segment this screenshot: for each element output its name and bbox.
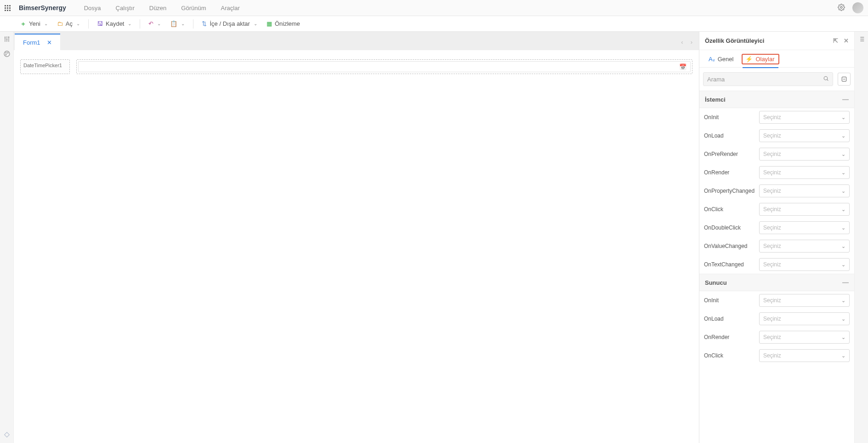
event-select[interactable]: Seçiniz⌄ (759, 203, 850, 216)
panel-tab-general[interactable]: Aᵧ Genel (705, 54, 737, 67)
svg-point-1 (4, 51, 10, 57)
chevron-down-icon: ⌄ (841, 207, 845, 213)
select-placeholder: Seçiniz (763, 261, 781, 268)
chevron-down-icon: ⌄ (841, 133, 845, 139)
svg-point-3 (7, 52, 8, 53)
select-placeholder: Seçiniz (763, 224, 781, 231)
new-button[interactable]: ＋ Yeni ⌄ (17, 17, 51, 30)
event-select[interactable]: Seçiniz⌄ (759, 294, 850, 307)
save-icon: 🖫 (97, 20, 103, 27)
tab-form1[interactable]: Form1 ✕ (15, 34, 60, 50)
tab-prev-icon[interactable]: ‹ (679, 37, 685, 47)
menu-duzen[interactable]: Düzen (143, 0, 173, 16)
event-select[interactable]: Seçiniz⌄ (759, 166, 850, 179)
menu-calistir[interactable]: Çalıştır (110, 0, 141, 16)
chevron-down-icon: ⌄ (76, 21, 80, 26)
menu-araclar[interactable]: Araçlar (215, 0, 246, 16)
new-label: Yeni (29, 20, 40, 27)
event-select[interactable]: Seçiniz⌄ (759, 184, 850, 197)
event-label: OnClick (704, 352, 755, 359)
pin-icon[interactable]: ⇱ (833, 37, 838, 44)
client-events-list: OnInitSeçiniz⌄OnLoadSeçiniz⌄OnPreRenderS… (699, 108, 854, 274)
tab-next-icon[interactable]: › (689, 37, 694, 47)
group-server[interactable]: Sunucu — (699, 274, 854, 291)
collapse-icon[interactable]: — (842, 279, 849, 286)
main-area: Form1 ✕ ‹ › DateTimePicker1 📅 (14, 32, 699, 443)
property-panel: Özellik Görüntüleyici ⇱ ✕ Aᵧ Genel ⚡ Ola… (699, 32, 854, 443)
menu-dosya[interactable]: Dosya (78, 0, 107, 16)
form-canvas[interactable]: DateTimePicker1 📅 (14, 50, 699, 443)
chevron-down-icon: ⌄ (841, 243, 845, 249)
search-input[interactable]: Arama (703, 72, 833, 86)
chevron-down-icon: ⌄ (841, 170, 845, 176)
event-select[interactable]: Seçiniz⌄ (759, 258, 850, 271)
datetimepicker-input[interactable]: 📅 (76, 59, 692, 74)
apps-grid-icon[interactable] (5, 5, 11, 11)
open-button[interactable]: 🗀 Aç ⌄ (53, 17, 84, 30)
tab-close-icon[interactable]: ✕ (47, 39, 52, 46)
event-select[interactable]: Seçiniz⌄ (759, 240, 850, 253)
menu-gorunum[interactable]: Görünüm (175, 0, 212, 16)
event-select[interactable]: Seçiniz⌄ (759, 312, 850, 325)
undo-icon: ↶ (148, 20, 153, 27)
chevron-down-icon: ⌄ (841, 115, 845, 121)
open-label: Aç (66, 20, 73, 27)
event-select[interactable]: Seçiniz⌄ (759, 331, 850, 344)
collapse-all-button[interactable] (838, 73, 851, 86)
chevron-down-icon: ⌄ (841, 298, 845, 304)
group-client[interactable]: İstemci — (699, 91, 854, 108)
event-select[interactable]: Seçiniz⌄ (759, 148, 850, 161)
event-label: OnLoad (704, 316, 755, 322)
preview-button[interactable]: ▦ Önizleme (263, 17, 304, 30)
event-label: OnClick (704, 206, 755, 213)
chevron-down-icon: ⌄ (254, 21, 257, 26)
right-rail (854, 32, 868, 443)
shell: Form1 ✕ ‹ › DateTimePicker1 📅 Özellik Gö (0, 32, 868, 443)
select-placeholder: Seçiniz (763, 243, 781, 249)
brand-label: BimserSynergy (19, 4, 66, 12)
tabstrip: Form1 ✕ ‹ › (14, 32, 699, 50)
tools-icon[interactable] (3, 35, 11, 43)
panel-search-row: Arama (699, 68, 854, 91)
event-row: OnInitSeçiniz⌄ (699, 291, 854, 310)
palette-icon[interactable] (3, 50, 11, 58)
group-server-label: Sunucu (705, 279, 727, 286)
panel-tab-events-label: Olaylar (755, 56, 774, 63)
event-select[interactable]: Seçiniz⌄ (759, 221, 850, 234)
event-row: OnRenderSeçiniz⌄ (699, 328, 854, 346)
collapse-icon[interactable]: — (842, 96, 849, 103)
close-icon[interactable]: ✕ (844, 37, 849, 44)
select-placeholder: Seçiniz (763, 151, 781, 157)
import-export-button[interactable]: ⇅ İçe / Dışa aktar ⌄ (198, 17, 261, 30)
chevron-down-icon: ⌄ (841, 334, 845, 340)
preview-icon: ▦ (267, 20, 272, 27)
select-placeholder: Seçiniz (763, 169, 781, 176)
event-select[interactable]: Seçiniz⌄ (759, 111, 850, 124)
select-placeholder: Seçiniz (763, 334, 781, 340)
toolbar-separator (193, 19, 193, 29)
undo-button[interactable]: ↶ ⌄ (145, 17, 165, 30)
event-select[interactable]: Seçiniz⌄ (759, 129, 850, 142)
panel-title: Özellik Görüntüleyici (705, 37, 764, 44)
event-label: OnValueChanged (704, 243, 755, 249)
panel-tab-general-label: Genel (718, 56, 734, 63)
gear-icon[interactable] (838, 4, 845, 12)
select-placeholder: Seçiniz (763, 206, 781, 213)
event-row: OnRenderSeçiniz⌄ (699, 163, 854, 182)
events-tab-icon: ⚡ (745, 56, 753, 63)
chevron-down-icon: ⌄ (157, 21, 161, 26)
tag-icon[interactable] (3, 431, 11, 438)
event-select[interactable]: Seçiniz⌄ (759, 349, 850, 362)
clipboard-button[interactable]: 📋 ⌄ (166, 17, 188, 30)
panel-tab-events[interactable]: ⚡ Olaylar (742, 54, 779, 64)
select-placeholder: Seçiniz (763, 132, 781, 139)
plus-icon: ＋ (20, 20, 26, 28)
toolbar: ＋ Yeni ⌄ 🗀 Aç ⌄ 🖫 Kaydet ⌄ ↶ ⌄ 📋 ⌄ ⇅ İçe… (0, 16, 868, 32)
control-label[interactable]: DateTimePicker1 (20, 59, 70, 74)
group-client-label: İstemci (705, 96, 726, 103)
list-icon[interactable] (858, 35, 865, 43)
save-button[interactable]: 🖫 Kaydet ⌄ (93, 17, 135, 30)
event-row: OnClickSeçiniz⌄ (699, 200, 854, 219)
event-row: OnPropertyChangedSeçiniz⌄ (699, 182, 854, 200)
avatar[interactable] (852, 2, 863, 13)
